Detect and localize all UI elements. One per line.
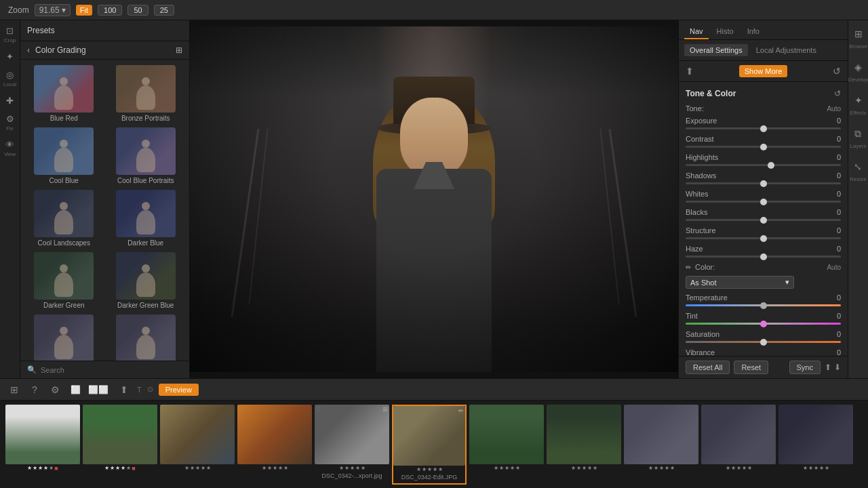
develop-panel-toggle[interactable]: ◈ Develop [848,59,868,83]
folder-icon[interactable]: ⊞ [7,382,22,397]
fix-tool[interactable]: ⚙ Fix [6,114,14,131]
preset-thumb [34,252,94,300]
filmstrip-item-11[interactable]: ★★★★★ [778,405,853,485]
resize-panel-toggle[interactable]: ⤡ Resize [850,159,866,182]
preset-item-Cool Blue[interactable]: Cool Blue [24,126,104,186]
star-0: ★ [416,466,421,472]
preset-item-Darker Green[interactable]: Darker Green [24,251,104,310]
tab-info[interactable]: Info [742,24,765,39]
filmstrip-item-7[interactable]: ★★★★★ [469,405,544,485]
star-4: ★ [206,465,211,471]
zoom-25-button[interactable]: 25 [154,5,174,16]
heal-tool[interactable]: ✚ [6,96,14,106]
filmstrip-item-8[interactable]: ★★★★★ [547,405,621,485]
filmstrip-item-9[interactable]: ★★★★★ [624,405,698,485]
as-shot-dropdown[interactable]: As Shot ▾ [686,276,794,289]
search-icon: 🔍 [27,365,37,374]
crop-tool[interactable]: ⊡ Crop [4,26,16,43]
preset-item-Cool Blue Portraits[interactable]: Cool Blue Portraits [106,126,186,186]
preset-item-Cool Landscapes[interactable]: Cool Landscapes [24,188,104,248]
zoom-value-input[interactable]: 91.65 ▾ [35,4,71,16]
back-button[interactable]: ‹ [27,45,30,55]
whites-slider[interactable] [686,201,841,203]
color-auto-value: Auto [827,264,841,271]
contrast-slider[interactable] [686,146,841,148]
highlights-slider[interactable] [686,164,841,166]
paste-icon[interactable]: ⬇ [834,363,841,372]
copy-icon[interactable]: ⬆ [825,363,831,372]
haze-slider[interactable] [686,256,841,258]
saturation-slider[interactable] [686,341,841,343]
export-icon[interactable]: ⬆ [686,66,694,77]
browse-panel-toggle[interactable]: ⊞ Browse [849,26,867,49]
preset-label: Cool Blue [50,177,79,184]
layers-panel-toggle[interactable]: ⧉ Layers [850,125,866,149]
single-view-icon[interactable]: ⬜ [68,384,83,396]
film-thumbnail: ♡ ⊞ [315,405,389,464]
filmstrip-item-1[interactable]: ★★★★★ ■ [5,405,80,485]
preset-item-9[interactable] [106,313,186,361]
question-icon[interactable]: ? [27,382,42,397]
preset-item-Bronze Portraits[interactable]: Bronze Portraits [106,64,186,123]
search-input[interactable] [41,366,182,374]
preset-item-Blue Red[interactable]: Blue Red [24,64,104,123]
saturation-value: 0 [825,330,841,338]
presets-header: Presets [20,20,189,41]
tab-nav[interactable]: Nav [684,24,709,39]
star-0: ★ [339,465,344,471]
effects-panel-toggle[interactable]: ✦ Effects [850,92,866,116]
fit-button[interactable]: Fit [76,5,92,16]
tone-reset-icon[interactable]: ↺ [834,89,841,98]
exposure-slider[interactable] [686,127,841,129]
reset-all-button[interactable]: Reset All [686,361,730,374]
zoom-100-button[interactable]: 100 [98,5,122,16]
settings-icon[interactable]: ⚙ [47,382,62,397]
split-view-icon[interactable]: ⬜⬜ [85,384,111,396]
subtab-local[interactable]: Local Adjustments [751,44,822,56]
filmstrip-item-3[interactable]: ★★★★★ [160,405,235,485]
preset-item-8[interactable] [24,313,104,361]
filmstrip-item-5[interactable]: ♡ ⊞ ★★★★★ DSC_0342-...xport.jpg [315,405,389,485]
preset-label: Blue Red [50,115,78,122]
film-stars: ★★★★★ [778,465,853,471]
reset-button[interactable]: Reset [734,361,768,374]
star-2: ★ [38,465,43,472]
haze-label: Haze [686,245,703,253]
star-4: ★ [593,465,597,471]
preset-item-Darker Blue[interactable]: Darker Blue [106,188,186,248]
film-thumbnail [5,405,80,464]
filmstrip-item-6[interactable]: ✏ ★★★★★ DSC_0342-Edit.JPG [392,405,467,485]
enhance-tool[interactable]: ✦ [6,52,14,62]
grid-view-icon[interactable]: ⊞ [176,45,182,55]
filmstrip-item-4[interactable]: ★★★★★ [237,405,312,485]
film-stars: ★★★★★ [469,465,544,471]
reset-icon[interactable]: ↺ [833,66,841,77]
zoom-50-button[interactable]: 50 [127,5,148,16]
preset-item-Darker Green Blue[interactable]: Darker Green Blue [106,251,186,310]
tint-row: Tint 0 [679,310,848,328]
image-viewer [190,20,678,378]
presets-subheader: ‹ Color Grading ⊞ [20,41,189,60]
filmstrip-item-10[interactable]: ★★★★★ [701,405,776,485]
tint-slider[interactable] [686,323,841,325]
exposure-row: Exposure 0 [679,115,848,133]
show-more-button[interactable]: Show More [739,65,788,77]
tab-histo[interactable]: Histo [711,24,739,39]
local-tool[interactable]: ◎ Local [3,70,16,87]
sync-button[interactable]: Sync [789,361,821,374]
structure-value: 0 [825,226,841,235]
view-tool[interactable]: 👁 View [4,140,16,157]
film-stars: ★★★★★ [547,465,621,471]
temperature-slider[interactable] [686,304,841,306]
upload-icon[interactable]: ⬆ [117,382,132,397]
filmstrip-item-2[interactable]: ★★★★★ ■ [83,405,157,485]
view-icon: 👁 [5,140,14,150]
preview-button[interactable]: Preview [159,384,199,396]
as-shot-row: As Shot ▾ [679,273,848,291]
structure-slider[interactable] [686,237,841,239]
shadows-slider[interactable] [686,182,841,184]
color-pencil-icon: ✏ [686,264,691,271]
star-3: ★ [355,465,360,471]
subtab-overall[interactable]: Overall Settings [684,44,748,56]
blacks-slider[interactable] [686,219,841,221]
